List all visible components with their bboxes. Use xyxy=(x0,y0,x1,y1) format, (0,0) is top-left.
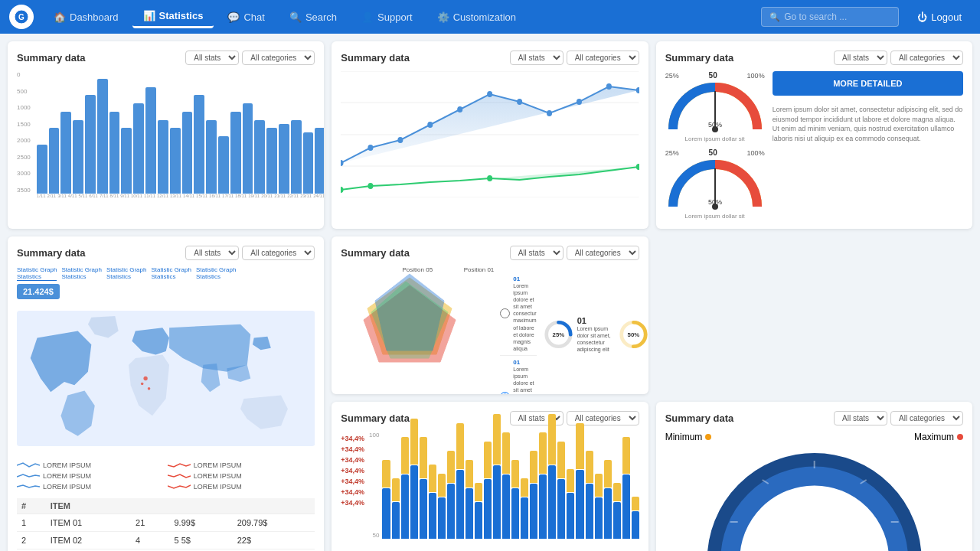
gauge-title: Summary data xyxy=(665,52,734,64)
map-tab-2[interactable]: Statistic GraphStatistics xyxy=(106,266,146,281)
line-chart-filter2[interactable]: All categories xyxy=(567,51,639,65)
bar-item-14 xyxy=(206,120,217,194)
bar2-content: +34,4% +34,4% +34,4% +34,4% +34,4% +34,4… xyxy=(341,432,639,540)
bar-chart-bars xyxy=(34,71,325,194)
legend-item-0: LOREM IPSUM xyxy=(17,461,165,469)
line-chart-header: Summary data All stats All categories xyxy=(341,51,639,65)
bar-item-17 xyxy=(243,103,253,194)
map-filter1[interactable]: All stats xyxy=(185,246,239,260)
nav-customization[interactable]: ⚙️ Customization xyxy=(426,7,527,28)
bar2-item-26 xyxy=(622,437,630,539)
gauge-filter1[interactable]: All stats xyxy=(834,51,887,65)
svg-point-17 xyxy=(636,87,639,93)
svg-point-13 xyxy=(517,99,522,105)
bar-item-4 xyxy=(85,95,96,194)
complex-radials: 25% 01 Lorem ipsum dolor sit amet, conse… xyxy=(543,266,648,394)
col-item: ITEM xyxy=(46,498,131,514)
bar2-item-21 xyxy=(576,423,583,539)
bar-chart-filter1[interactable]: All stats xyxy=(185,51,239,65)
more-detailed-button[interactable]: MORE DETAILED xyxy=(773,71,963,96)
gauge2: 25% 50 100% 50% Lorem ipsum dollar sit xyxy=(665,148,765,220)
svg-text:50%: 50% xyxy=(708,121,722,129)
bar2-item-27 xyxy=(632,497,639,539)
bar-item-11 xyxy=(170,128,181,194)
legend-item-5: LOREM IPSUM xyxy=(168,483,315,491)
gauge-header: Summary data All stats All categories xyxy=(665,51,963,65)
complex-header: Summary data All stats All categories xyxy=(341,246,639,260)
gauge-filter2[interactable]: All categories xyxy=(890,51,963,65)
map-svg xyxy=(17,304,315,453)
complex-radio-1: 01 Lorem ipsum dolore et sit amet consec… xyxy=(500,359,536,394)
map-card: Summary data All stats All categories St… xyxy=(8,236,324,551)
app-logo: G xyxy=(9,5,34,29)
bar2-header: Summary data All stats All categories xyxy=(341,411,639,425)
bar-chart-controls: All stats All categories xyxy=(185,51,315,65)
radial-filter1[interactable]: All stats xyxy=(834,411,887,425)
map-value-badge: 21.424$ xyxy=(17,284,60,299)
bar-chart-title: Summary data xyxy=(17,52,86,64)
svg-point-29 xyxy=(143,377,147,380)
bar2-item-6 xyxy=(438,474,446,539)
radio-0[interactable] xyxy=(500,308,510,318)
search-input[interactable] xyxy=(784,11,891,22)
radio-1[interactable] xyxy=(500,392,510,394)
radial-minmax: Minimum Maximum xyxy=(665,432,963,442)
search-box[interactable]: 🔍 xyxy=(761,7,899,27)
bar-item-18 xyxy=(254,120,265,194)
complex-filter1[interactable]: All stats xyxy=(510,246,564,260)
complex-title: Summary data xyxy=(341,247,410,259)
nav-dashboard[interactable]: 🏠 Dashboard xyxy=(43,7,129,28)
bar-item-20 xyxy=(279,124,289,194)
svg-point-15 xyxy=(577,99,582,105)
nav-chat[interactable]: 💬 Chat xyxy=(217,7,275,28)
bar2-y-labels: 100 50 xyxy=(369,432,639,539)
svg-text:50%: 50% xyxy=(708,198,722,206)
radial-big-svg: February 21.424$ xyxy=(665,445,963,551)
nav-search-label: Search xyxy=(305,11,337,23)
bar-chart-card: Summary data All stats All categories 35… xyxy=(8,41,324,229)
radial-25: 25% 01 Lorem ipsum dolor sit amet, conse… xyxy=(543,266,613,394)
line-chart-card: Summary data All stats All categories xyxy=(332,41,648,229)
col-price xyxy=(169,498,232,514)
radial-filter2[interactable]: All categories xyxy=(890,411,963,425)
map-filter2[interactable]: All categories xyxy=(242,246,315,260)
bar-item-22 xyxy=(303,132,314,194)
gauge1-svg: 50% xyxy=(665,80,765,133)
radial-title: Summary data xyxy=(665,412,734,424)
gauge1: 25% 50 100% 50% Lorem ipsum dollar sit xyxy=(665,71,765,142)
svg-point-20 xyxy=(487,175,492,181)
svg-text:February: February xyxy=(799,527,829,535)
nav-statistics[interactable]: 📊 Statistics xyxy=(132,5,214,28)
svg-point-31 xyxy=(141,383,144,386)
bar2-item-12 xyxy=(493,414,501,539)
bar-item-10 xyxy=(158,120,168,194)
map-tab-3[interactable]: Statistic GraphStatistics xyxy=(151,266,191,281)
bar2-item-23 xyxy=(595,474,603,539)
bar-item-21 xyxy=(291,120,302,194)
min-label: Minimum xyxy=(665,432,703,442)
map-tab-4[interactable]: Statistic GraphStatistics xyxy=(196,266,236,281)
nav-support[interactable]: 👤 Support xyxy=(351,7,423,28)
nav-search[interactable]: 🔍 Search xyxy=(279,7,348,28)
svg-point-30 xyxy=(148,387,151,390)
map-tab-0[interactable]: Statistic GraphStatistics xyxy=(17,266,57,281)
line-chart-title: Summary data xyxy=(341,52,410,64)
bar-item-6 xyxy=(109,112,120,194)
svg-point-11 xyxy=(458,106,463,112)
legend-item-4: LOREM IPSUM xyxy=(17,483,165,491)
bar-chart-filter2[interactable]: All categories xyxy=(242,51,315,65)
nav-customization-label: Customization xyxy=(453,11,516,23)
nav-chat-label: Chat xyxy=(243,11,264,23)
map-header: Summary data All stats All categories xyxy=(17,246,315,260)
complex-content: Position 05 Position 01 Position 04 Posi… xyxy=(341,266,639,385)
logout-button[interactable]: ⏻ Logout xyxy=(908,7,971,28)
table-row: 1ITEM 01219.99$209.79$ xyxy=(17,514,315,532)
map-controls: All stats All categories xyxy=(185,246,315,260)
complex-filter2[interactable]: All categories xyxy=(567,246,639,260)
bar-y-axis: 3500 3000 2500 2000 1500 1000 500 0 xyxy=(17,71,31,194)
bar-item-13 xyxy=(194,95,204,194)
max-label: Maximum xyxy=(914,432,954,442)
bar-item-5 xyxy=(97,79,108,194)
line-chart-filter1[interactable]: All stats xyxy=(510,51,564,65)
map-tab-1[interactable]: Statistic GraphStatistics xyxy=(61,266,101,281)
